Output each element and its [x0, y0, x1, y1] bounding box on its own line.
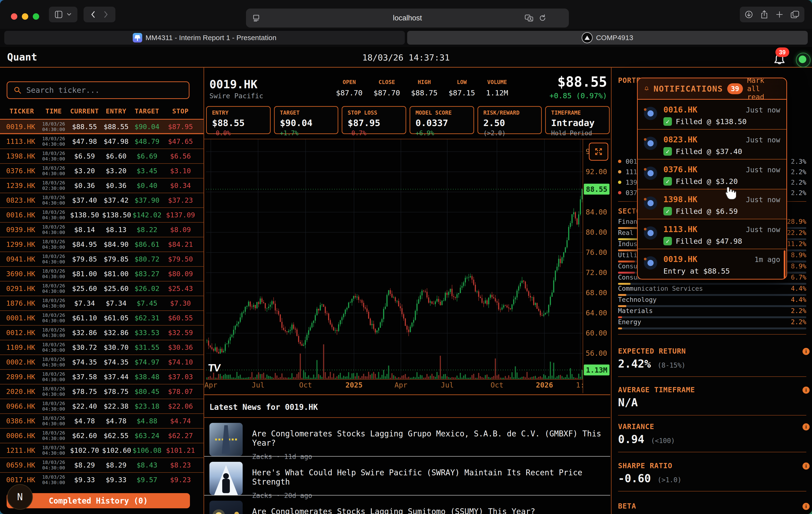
- trade-card: TARGET $90.04 +1.7%: [274, 106, 339, 134]
- notification-items: 0016.HK Just now ✓ Filled @ $138.50 0823…: [638, 100, 786, 279]
- table-row[interactable]: 3690.HK 18/03/2604:30:00 $81.00 $81.00 $…: [0, 266, 203, 281]
- notification-item[interactable]: 0823.HK Just now ✓ Filled @ $37.40: [638, 129, 786, 159]
- table-row[interactable]: 0012.HK 18/03/2604:30:00 $32.86 $32.86 $…: [0, 325, 203, 340]
- expand-icon: [594, 147, 603, 156]
- url-text: localhost: [246, 14, 569, 22]
- current-price: $88.55: [557, 74, 607, 90]
- notification-ticker: 0823.HK: [663, 135, 697, 144]
- zoom-window-button[interactable]: [33, 13, 39, 20]
- notification-item[interactable]: 1398.HK Just now ✓ Filled @ $6.59: [638, 189, 786, 219]
- y-axis-tick: 64.00: [584, 309, 609, 317]
- completed-history-button[interactable]: Completed History (0): [7, 493, 190, 508]
- price-change: +0.85 (0.97%): [549, 91, 607, 100]
- sector-bar-fill: [618, 283, 631, 285]
- candlestick-chart: [204, 139, 610, 393]
- notification-message: ✓ Filled @ $47.98: [663, 237, 742, 245]
- table-row[interactable]: 1113.HK 18/03/2604:30:00 $47.98 $47.98 $…: [0, 134, 203, 149]
- stat-label: AVERAGE TIMEFRAME: [618, 386, 695, 394]
- info-icon[interactable]: i: [803, 423, 810, 430]
- notification-item[interactable]: 0019.HK 1m ago Entry at $88.55: [638, 249, 786, 279]
- table-row[interactable]: 0659.HK 18/03/2604:30:00 $8.29 $8.29 $8.…: [0, 457, 203, 472]
- x-axis-tick: Jul: [441, 381, 454, 389]
- table-row[interactable]: 0939.HK 18/03/2604:30:00 $8.14 $8.13 $8.…: [0, 222, 203, 237]
- news-item[interactable]: Are Conglomerates Stocks Lagging Sumitom…: [204, 495, 610, 514]
- info-icon[interactable]: i: [803, 387, 810, 394]
- table-row[interactable]: 0001.HK 18/03/2604:30:00 $61.10 $61.05 $…: [0, 310, 203, 325]
- info-icon[interactable]: i: [803, 348, 810, 355]
- close-window-button[interactable]: [11, 13, 17, 20]
- nav-buttons: [84, 7, 115, 22]
- fullscreen-button[interactable]: [589, 143, 608, 161]
- news-heading: Latest News for 0019.HK: [209, 402, 318, 412]
- table-row[interactable]: 1239.HK 18/03/2602:30:00 $0.36 $0.36 $0.…: [0, 178, 203, 193]
- mark-all-read-button[interactable]: Mark all read: [747, 78, 780, 101]
- forward-icon[interactable]: [104, 11, 108, 18]
- table-row[interactable]: 0019.HK 18/03/2604:30:00 $88.55 $88.55 $…: [0, 119, 203, 134]
- notification-text: Entry at $88.55: [663, 267, 730, 275]
- table-row[interactable]: 0376.HK 18/03/2604:30:00 $3.20 $3.20 $3.…: [0, 163, 203, 178]
- tab-overview-icon[interactable]: [791, 10, 800, 19]
- table-row[interactable]: 1211.HK 18/03/2604:30:00 $102.70 $102.60…: [0, 443, 203, 457]
- table-row[interactable]: 2020.HK 18/03/2604:30:00 $78.75 $78.75 $…: [0, 384, 203, 399]
- browser-window: localhost MM4311 - Interim Report 1 - Pr…: [0, 0, 812, 514]
- notification-item[interactable]: 0376.HK Just now ✓ Filled @ $3.20: [638, 159, 786, 189]
- sidebar-toggle-button[interactable]: [49, 7, 78, 22]
- x-axis-tick: 1:: [576, 381, 584, 389]
- notification-item[interactable]: 0016.HK Just now ✓ Filled @ $138.50: [638, 100, 786, 129]
- info-icon[interactable]: i: [803, 503, 810, 510]
- check-icon: ✓: [663, 177, 672, 186]
- news-headline[interactable]: Are Conglomerates Stocks Lagging Sumitom…: [252, 507, 535, 514]
- table-row[interactable]: 0386.HK 18/03/2604:30:00 $4.78 $4.78 $4.…: [0, 413, 203, 428]
- tab-comp4913[interactable]: COMP4913: [407, 31, 808, 44]
- table-row[interactable]: 1876.HK 18/03/2604:30:00 $7.34 $7.34 $7.…: [0, 296, 203, 310]
- info-icon[interactable]: i: [803, 462, 810, 470]
- translate-icon[interactable]: [525, 14, 535, 22]
- table-row[interactable]: 0941.HK 18/03/2604:30:00 $79.85 $79.85 $…: [0, 251, 203, 266]
- news-headline[interactable]: Are Conglomerates Stocks Lagging Grupo M…: [252, 429, 610, 448]
- notifications-badge: 39: [727, 83, 743, 94]
- table-row[interactable]: 2899.HK 18/03/2604:30:00 $37.58 $37.44 $…: [0, 369, 203, 384]
- address-bar[interactable]: localhost: [246, 8, 569, 28]
- table-row[interactable]: 0017.HK 18/03/2604:30:00 $9.33 $9.33 $9.…: [0, 472, 203, 487]
- table-row[interactable]: 1299.HK 18/03/2604:30:00 $84.95 $84.90 $…: [0, 237, 203, 251]
- downloads-icon[interactable]: [745, 10, 753, 19]
- trade-cards: ENTRY $88.55 -0.0% TARGET $90.04 +1.7% S…: [206, 106, 610, 134]
- notification-time: Just now: [746, 165, 780, 174]
- back-icon[interactable]: [91, 11, 95, 18]
- table-row[interactable]: 1398.HK 18/03/2604:30:00 $6.59 $6.60 $6.…: [0, 149, 203, 163]
- divider: [618, 376, 806, 377]
- minimize-window-button[interactable]: [22, 13, 28, 20]
- news-headline[interactable]: Here's What Could Help Swire Pacific (SW…: [252, 468, 610, 486]
- new-tab-icon[interactable]: [776, 10, 784, 19]
- table-row[interactable]: 0006.HK 18/03/2604:30:00 $62.60 $62.55 $…: [0, 428, 203, 443]
- watchlist-rows: 0019.HK 18/03/2604:30:00 $88.55 $88.55 $…: [0, 119, 203, 514]
- table-row[interactable]: 0291.HK 18/03/2604:30:00 $25.60 $25.60 $…: [0, 281, 203, 296]
- screen: localhost MM4311 - Interim Report 1 - Pr…: [0, 0, 812, 514]
- play-circle-icon: [582, 32, 592, 43]
- table-row[interactable]: 0823.HK 18/03/2604:30:00 $37.40 $37.42 $…: [0, 193, 203, 207]
- tab-presentation[interactable]: MM4311 - Interim Report 1 - Presentation: [4, 31, 405, 44]
- table-row[interactable]: 0002.HK 18/03/2604:30:00 $74.35 $74.35 $…: [0, 355, 203, 369]
- search-box[interactable]: [7, 81, 190, 99]
- sector-name: Materials: [618, 307, 653, 314]
- sector-bar-fill: [618, 261, 635, 263]
- divider: [618, 491, 806, 491]
- search-input[interactable]: [26, 85, 169, 95]
- stat-value: 2.42% (8-15%): [618, 357, 686, 370]
- table-row[interactable]: 0016.HK 18/03/2604:30:00 $138.50 $138.50…: [0, 207, 203, 222]
- tradingview-logo[interactable]: TV: [207, 362, 220, 374]
- price-chart[interactable]: 96.0092.0088.0084.0080.0076.0072.0068.00…: [204, 139, 610, 395]
- table-row[interactable]: 1109.HK 18/03/2604:30:00 $30.72 $30.70 $…: [0, 340, 203, 355]
- col-stop: STOP: [164, 108, 197, 115]
- hand-cursor: [723, 186, 736, 200]
- reload-icon[interactable]: [539, 14, 547, 22]
- ohlc-stat: HIGH $88.75: [411, 79, 438, 97]
- news-item[interactable]: Are Conglomerates Stocks Lagging Grupo M…: [204, 418, 610, 456]
- share-icon[interactable]: [760, 10, 768, 19]
- sector-percent: 8.9%: [791, 251, 806, 259]
- notification-ticker: 0376.HK: [663, 165, 697, 174]
- scrollbar-thumb[interactable]: [784, 250, 785, 278]
- notification-item[interactable]: 1113.HK Just now ✓ Filled @ $47.98: [638, 219, 786, 249]
- table-row[interactable]: 0966.HK 18/03/2604:30:00 $22.40 $22.38 $…: [0, 399, 203, 413]
- news-item[interactable]: Here's What Could Help Swire Pacific (SW…: [204, 457, 610, 494]
